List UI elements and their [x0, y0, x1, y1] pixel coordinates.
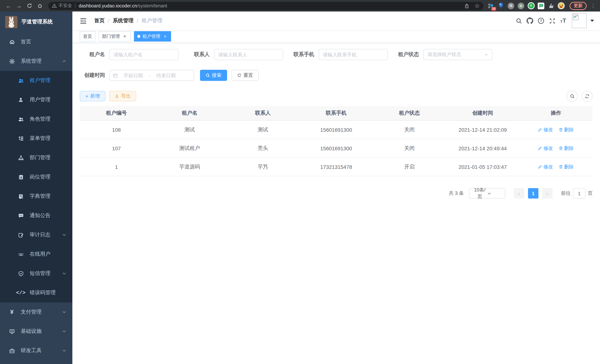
update-button[interactable]: 更新 [570, 2, 587, 10]
sidebar-item-tenant[interactable]: 租户管理 [0, 71, 72, 90]
col-tenant-name: 租户名 [153, 106, 226, 121]
sidebar-item-dict[interactable]: 字典管理 [0, 187, 72, 206]
total-count: 共 3 条 [449, 190, 464, 197]
tenant-name-label: 租户名 [80, 51, 105, 58]
tenant-status-label: 租户状态 [394, 51, 419, 58]
chevron-down-icon [487, 191, 502, 195]
sidebar-item-dept[interactable]: 部门管理 [0, 148, 72, 167]
navbar: 首页 系统管理 租户管理 ? [72, 11, 600, 30]
org-chart-icon [16, 155, 25, 160]
sidebar-item-dev-tools[interactable]: 研发工具 [0, 341, 72, 360]
tag-tenant-active[interactable]: 租户管理 [134, 31, 171, 42]
table-row: 107 测试租户 秃头 15601691300 关闭 2021-12-14 20… [80, 139, 593, 158]
tenant-status-select[interactable]: 请选择租户状态 [423, 49, 492, 60]
monitor-icon [7, 328, 16, 334]
edit-button[interactable]: 修改 [538, 126, 553, 133]
close-icon[interactable] [122, 34, 127, 39]
next-page-button[interactable]: › [542, 188, 553, 198]
col-mobile: 联系手机 [300, 106, 373, 121]
sidebar-item-error-code[interactable]: </> 错误码管理 [0, 283, 72, 302]
extension-monkey-icon[interactable]: 10 [487, 2, 495, 9]
hamburger-icon[interactable] [78, 17, 88, 24]
app-logo[interactable]: 芋道管理系统 [0, 11, 72, 32]
delete-button[interactable]: 删除 [559, 163, 574, 170]
url-bar[interactable]: 不安全 dashboard.yudao.iocoder.cn /system/t… [48, 2, 484, 10]
sidebar-item-menu[interactable]: 菜单管理 [0, 129, 72, 148]
yen-icon: ¥ [7, 309, 16, 315]
sidebar-item-pay[interactable]: ¥ 支付管理 [0, 302, 72, 322]
back-icon[interactable]: ← [4, 1, 13, 10]
mobile-input[interactable] [319, 49, 388, 60]
logo-avatar [5, 16, 18, 28]
extension-record-icon[interactable] [517, 2, 525, 9]
sidebar-item-role[interactable]: 角色管理 [0, 110, 72, 129]
app-title: 芋道管理系统 [21, 19, 53, 25]
refresh-icon [237, 73, 242, 78]
tag-home[interactable]: 首页 [80, 31, 95, 42]
forward-icon[interactable]: → [14, 1, 24, 10]
tenant-name-input[interactable] [110, 49, 178, 60]
fullscreen-icon[interactable] [547, 11, 558, 30]
font-size-icon[interactable]: TT [558, 11, 569, 30]
end-date-input[interactable] [152, 73, 180, 78]
breadcrumb-separator [108, 18, 110, 24]
contact-input[interactable] [214, 49, 283, 60]
contact-label: 联系人 [184, 51, 210, 58]
breadcrumb-home[interactable]: 首页 [94, 18, 105, 24]
goto-label: 前往 [561, 190, 571, 197]
reset-button[interactable]: 重置 [232, 70, 259, 81]
extension-y-logo-icon[interactable]: Y [527, 2, 535, 9]
reload-icon[interactable] [25, 1, 34, 10]
sidebar-item-system[interactable]: 系统管理 [0, 52, 72, 71]
sidebar-item-online-user[interactable]: 在线用户 [0, 244, 72, 264]
sidebar-item-post[interactable]: 岗位管理 [0, 167, 72, 187]
search-button[interactable]: 搜索 [200, 70, 227, 81]
page-1-button[interactable]: 1 [528, 188, 538, 198]
close-icon[interactable] [162, 34, 168, 39]
dashboard-icon [7, 39, 16, 45]
github-icon[interactable] [524, 11, 535, 30]
show-search-icon[interactable] [567, 91, 578, 102]
bookmark-star-icon[interactable]: ☆ [474, 2, 480, 9]
menu-tree-icon [16, 136, 25, 141]
page-size-select[interactable]: 10条/页 [469, 188, 505, 198]
delete-button[interactable]: 删除 [559, 145, 574, 152]
extension-command-icon[interactable]: ⌘ [507, 2, 515, 9]
date-range-picker[interactable]: - [110, 70, 194, 81]
edit-button[interactable]: 修改 [538, 145, 553, 152]
breadcrumb-system[interactable]: 系统管理 [113, 18, 134, 24]
table-header-row: 租户编号 租户名 联系人 联系手机 租户状态 创建时间 操作 [80, 106, 593, 121]
prev-page-button[interactable]: ‹ [514, 188, 524, 198]
sidebar-item-user[interactable]: 用户管理 [0, 90, 72, 110]
help-icon[interactable]: ? [535, 11, 547, 30]
export-button[interactable]: 导出 [109, 91, 136, 101]
extensions-puzzle-icon[interactable] [547, 2, 555, 9]
menu-kebab-icon[interactable]: ⋮ [591, 3, 596, 9]
profile-avatar-icon[interactable] [557, 2, 565, 9]
toolbox-icon [7, 348, 16, 354]
sidebar-item-notice[interactable]: 通知公告 [0, 206, 72, 225]
page-content: 租户名 联系人 联系手机 租户状态 请选择租户状态 [72, 43, 600, 364]
start-date-input[interactable] [119, 73, 147, 78]
not-secure-label[interactable]: 不安全 [59, 3, 72, 9]
caret-down-icon[interactable] [590, 20, 594, 22]
home-icon[interactable] [35, 1, 45, 10]
add-button[interactable]: + 新增 [80, 91, 105, 101]
extension-balloon-icon[interactable] [497, 2, 505, 9]
table-row: 1 芋道源码 芋艿 17321315478 开启 2021-01-05 17:0… [80, 158, 593, 176]
user-avatar[interactable] [572, 13, 587, 28]
share-icon[interactable] [464, 3, 469, 8]
goto-page-input[interactable] [573, 188, 586, 198]
extension-chat-icon[interactable] [537, 2, 545, 9]
dict-book-icon [16, 194, 25, 199]
search-icon[interactable] [513, 11, 524, 30]
sidebar-item-home[interactable]: 首页 [0, 32, 72, 52]
tag-dept[interactable]: 部门管理 [99, 31, 131, 42]
sidebar-item-infra[interactable]: 基础设施 [0, 322, 72, 341]
badge-icon [16, 174, 25, 180]
sidebar-item-audit-log[interactable]: 审计日志 [0, 225, 72, 244]
sidebar-item-sms[interactable]: 短信管理 [0, 264, 72, 283]
delete-button[interactable]: 删除 [559, 126, 574, 133]
refresh-table-icon[interactable] [581, 91, 593, 102]
edit-button[interactable]: 修改 [538, 163, 553, 170]
